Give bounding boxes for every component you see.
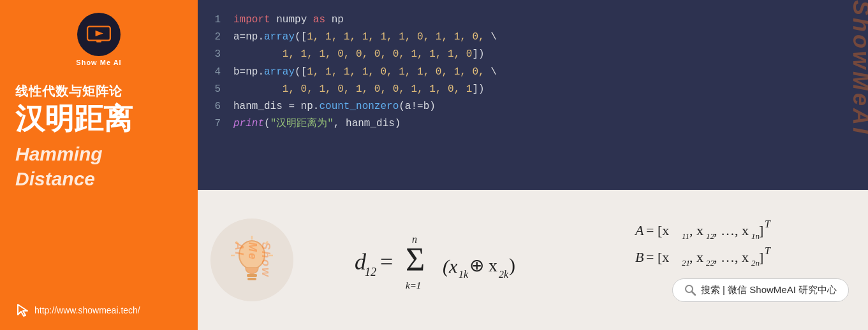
eng-line1: Hamming xyxy=(15,143,103,164)
svg-rect-6 xyxy=(247,278,256,280)
code-watermark: ShowMeAI xyxy=(848,0,868,190)
code-text-1: import numpy as np xyxy=(233,11,344,29)
svg-text:T: T xyxy=(765,219,771,229)
svg-text:, …, x: , …, x xyxy=(714,222,749,238)
right-formulas-svg: A = [x 11 , x 12 , …, x 1n ] T B = [x 21… xyxy=(632,219,849,269)
code-text-5: 1, 0, 1, 0, 1, 0, 0, 1, 1, 0, 1]) xyxy=(233,81,485,98)
svg-line-42 xyxy=(692,292,695,295)
bulb-watermark: ShowMeAI xyxy=(232,242,272,278)
code-block: 1 import numpy as np 2 a=np.array([1, 1,… xyxy=(210,11,850,133)
line-num-6: 6 xyxy=(210,98,221,115)
code-text-7: print("汉明距离为", hanm_dis) xyxy=(233,115,401,133)
bottom-right: A = [x 11 , x 12 , …, x 1n ] T B = [x 21… xyxy=(632,219,849,302)
svg-text:): ) xyxy=(509,254,515,276)
left-panel: Show Me AI 线性代数与矩阵论 汉明距离 Hamming Distanc… xyxy=(0,0,198,330)
formula-section: ShowMeAI d 12 = xyxy=(198,190,868,330)
svg-marker-3 xyxy=(18,305,27,316)
svg-text:T: T xyxy=(765,245,771,256)
main-title: 汉明距离 xyxy=(15,103,182,135)
line-num-4: 4 xyxy=(210,64,221,81)
website-link[interactable]: http://www.showmeai.tech/ xyxy=(34,305,140,315)
line-num-1: 1 xyxy=(210,11,221,29)
logo-area: Show Me AI xyxy=(15,13,182,66)
code-line-1: 1 import numpy as np xyxy=(210,11,850,29)
code-line-2: 2 a=np.array([1, 1, 1, 1, 1, 1, 0, 1, 1,… xyxy=(210,29,850,46)
svg-text:A: A xyxy=(634,222,644,238)
code-section: 1 import numpy as np 2 a=np.array([1, 1,… xyxy=(198,0,868,190)
cursor-icon xyxy=(15,303,29,317)
website-row: http://www.showmeai.tech/ xyxy=(15,303,182,317)
code-line-7: 7 print("汉明距离为", hanm_dis) xyxy=(210,115,850,133)
code-text-2: a=np.array([1, 1, 1, 1, 1, 1, 0, 1, 1, 0… xyxy=(233,29,497,46)
svg-text:= [x: = [x xyxy=(646,249,669,265)
code-line-4: 4 b=np.array([1, 1, 1, 1, 0, 1, 1, 0, 1,… xyxy=(210,64,850,81)
svg-text:, x: , x xyxy=(689,222,703,238)
main-formula-svg: d 12 = n Σ k=1 (x 1k ⊕ x 2k ) xyxy=(348,225,578,295)
svg-rect-2 xyxy=(96,41,101,42)
code-text-4: b=np.array([1, 1, 1, 1, 0, 1, 1, 0, 1, 0… xyxy=(233,64,497,81)
svg-text:k=1: k=1 xyxy=(406,280,421,291)
right-formulas: A = [x 11 , x 12 , …, x 1n ] T B = [x 21… xyxy=(632,219,849,272)
svg-text:Σ: Σ xyxy=(406,241,425,278)
svg-text:1k: 1k xyxy=(459,269,469,280)
svg-text:, …, x: , …, x xyxy=(714,249,749,265)
svg-text:⊕ x: ⊕ x xyxy=(469,255,497,275)
main-formula-area: d 12 = n Σ k=1 (x 1k ⊕ x 2k ) xyxy=(306,225,619,295)
code-text-3: 1, 1, 1, 0, 0, 0, 0, 1, 1, 1, 0]) xyxy=(233,46,485,63)
svg-text:= [x: = [x xyxy=(646,222,669,238)
svg-text:11: 11 xyxy=(682,231,689,241)
line-num-5: 5 xyxy=(210,81,221,98)
code-line-5: 5 1, 0, 1, 0, 1, 0, 0, 1, 1, 0, 1]) xyxy=(210,81,850,98)
svg-text:]: ] xyxy=(759,249,763,265)
code-line-3: 3 1, 1, 1, 0, 0, 0, 0, 1, 1, 1, 0]) xyxy=(210,46,850,63)
code-text-6: hanm_dis = np.count_nonzero(a!=b) xyxy=(233,98,436,115)
svg-text:(x: (x xyxy=(443,255,458,277)
code-line-6: 6 hanm_dis = np.count_nonzero(a!=b) xyxy=(210,98,850,115)
logo-label: Show Me AI xyxy=(76,59,121,66)
line-num-3: 3 xyxy=(210,46,221,63)
right-panel: 1 import numpy as np 2 a=np.array([1, 1,… xyxy=(198,0,868,330)
bulb-circle: ShowMeAI xyxy=(210,219,293,301)
svg-text:]: ] xyxy=(759,222,763,238)
svg-marker-1 xyxy=(96,31,103,36)
logo-box xyxy=(77,13,121,56)
svg-text:12: 12 xyxy=(365,266,376,278)
search-bar[interactable]: 搜索 | 微信 ShowMeAI 研究中心 xyxy=(672,278,849,302)
eng-line2: Distance xyxy=(15,168,95,189)
svg-text:B: B xyxy=(635,249,644,265)
svg-text:2k: 2k xyxy=(499,269,509,280)
svg-text:, x: , x xyxy=(689,249,703,265)
search-icon xyxy=(684,284,696,296)
logo-icon xyxy=(86,25,112,43)
eng-title: Hamming Distance xyxy=(15,141,182,191)
search-label: 搜索 | 微信 ShowMeAI 研究中心 xyxy=(701,284,837,296)
svg-text:=: = xyxy=(380,249,393,275)
line-num-2: 2 xyxy=(210,29,221,46)
line-num-7: 7 xyxy=(210,115,221,133)
subtitle: 线性代数与矩阵论 xyxy=(15,83,182,100)
